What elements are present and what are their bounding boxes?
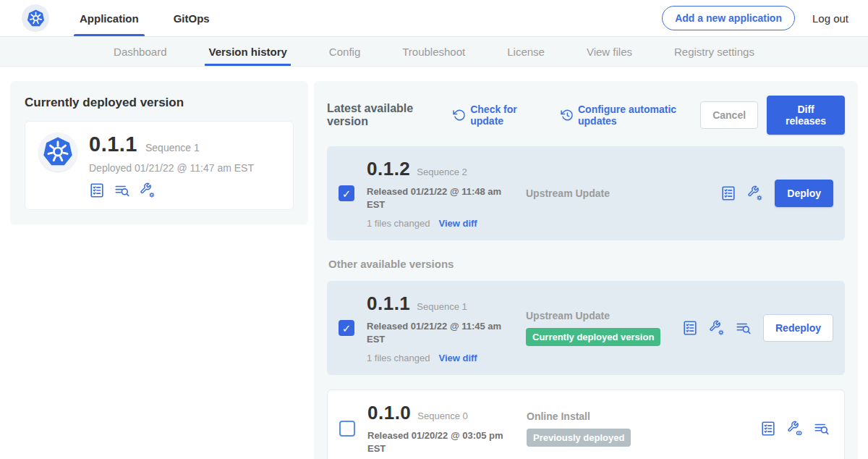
sequence-label: Sequence 0: [417, 410, 467, 421]
version-info: 0.1.1 Sequence 1 Released 01/21/22 @ 11:…: [367, 292, 523, 363]
cancel-button[interactable]: Cancel: [700, 101, 758, 129]
deployed-version-actions: [89, 182, 254, 198]
topnav-tab-application[interactable]: Application: [78, 0, 140, 36]
deployed-timestamp: Deployed 01/21/22 @ 11:47 am EST: [89, 162, 254, 174]
status-badge: Previously deployed: [527, 429, 631, 447]
released-timestamp: Released 01/21/22 @ 11:45 am EST: [367, 320, 503, 345]
deployed-version-card: 0.1.1 Sequence 1 Deployed 01/21/22 @ 11:…: [25, 121, 294, 210]
sequence-label: Sequence 2: [417, 167, 467, 177]
subnav-item-dashboard[interactable]: Dashboard: [93, 37, 187, 66]
version-row: 0.1.0 Sequence 0 Released 01/20/22 @ 03:…: [327, 389, 845, 459]
latest-version-header: Latest available version Check for updat…: [327, 96, 845, 135]
preflight-checks-icon[interactable]: [760, 421, 776, 437]
row-gap: [327, 375, 845, 389]
other-versions-heading: Other available versions: [328, 258, 843, 270]
version-checkbox[interactable]: ✓: [339, 185, 354, 201]
version-row-actions: [682, 320, 752, 336]
source-label: Upstream Update: [526, 188, 720, 199]
currently-deployed-panel: Currently deployed version 0.1.1 Sequenc…: [10, 81, 308, 224]
version-number: 0.1.1: [367, 292, 410, 315]
top-nav: ApplicationGitOps Add a new application …: [0, 0, 868, 36]
source-label: Upstream Update: [526, 310, 682, 321]
subnav-item-troubleshoot[interactable]: Troubleshoot: [381, 37, 486, 66]
view-config-icon[interactable]: [787, 421, 803, 437]
edit-config-icon[interactable]: [709, 320, 725, 336]
other-versions-list: ✓ 0.1.1 Sequence 1 Released 01/21/22 @ 1…: [327, 281, 845, 459]
check-for-update-label: Check for update: [470, 104, 542, 127]
currently-deployed-heading: Currently deployed version: [25, 96, 294, 110]
checkmark-icon: ✓: [342, 188, 352, 199]
preflight-checks-icon[interactable]: [682, 320, 698, 336]
main-content: Currently deployed version 0.1.1 Sequenc…: [0, 67, 868, 459]
app: { "colors": { "accent_blue": "#3565e0", …: [0, 0, 868, 459]
logout-button[interactable]: Log out: [812, 12, 848, 25]
files-changed-line: 1 files changed View diff: [367, 218, 523, 229]
edit-config-icon[interactable]: [747, 185, 763, 201]
source-label: Online Install: [527, 410, 760, 422]
version-source: Upstream Update Currently deployed versi…: [523, 310, 682, 346]
deployed-version-number: 0.1.1: [89, 132, 137, 156]
app-sub-nav: DashboardVersion historyConfigTroublesho…: [0, 36, 868, 67]
latest-version-heading: Latest available version: [327, 102, 443, 128]
row-action-button[interactable]: Redeploy: [763, 314, 833, 342]
auto-updates-clock-icon: [561, 109, 574, 122]
version-row: ✓ 0.1.1 Sequence 1 Released 01/21/22 @ 1…: [327, 281, 845, 375]
version-number: 0.1.0: [367, 402, 411, 424]
checkmark-icon: ✓: [342, 323, 352, 334]
check-for-update-link[interactable]: Check for update: [453, 104, 542, 127]
version-info: 0.1.2 Sequence 2 Released 01/21/22 @ 11:…: [367, 158, 523, 229]
version-row: ✓ 0.1.2 Sequence 2 Released 01/21/22 @ 1…: [327, 146, 845, 240]
check-update-icon: [453, 109, 466, 122]
sequence-label: Sequence 1: [417, 301, 467, 312]
topnav-tabs: ApplicationGitOps: [78, 0, 243, 36]
subnav-item-registry-settings[interactable]: Registry settings: [653, 37, 775, 66]
version-number: 0.1.2: [367, 158, 410, 180]
diff-releases-button[interactable]: Diff releases: [767, 96, 845, 135]
configure-automatic-updates-label: Configure automatic updates: [578, 104, 700, 127]
subnav-item-license[interactable]: License: [486, 37, 566, 66]
version-checkbox[interactable]: ✓: [339, 320, 354, 336]
deploy-logs-icon[interactable]: [736, 320, 752, 336]
add-application-button[interactable]: Add a new application: [662, 6, 795, 30]
deploy-logs-icon[interactable]: [814, 421, 830, 437]
version-row-actions: [760, 421, 830, 437]
released-timestamp: Released 01/21/22 @ 11:48 am EST: [367, 185, 503, 211]
version-history-panel: Latest available version Check for updat…: [314, 81, 858, 459]
deploy-logs-icon[interactable]: [114, 182, 130, 198]
subnav-item-version-history[interactable]: Version history: [187, 37, 307, 66]
version-row-actions: [720, 185, 763, 201]
version-source: Upstream Update: [523, 188, 720, 199]
files-changed-label: 1 files changed: [367, 353, 430, 363]
files-changed-label: 1 files changed: [367, 218, 430, 229]
version-source: Online Install Previously deployed: [524, 410, 760, 447]
subnav-item-view-files[interactable]: View files: [566, 37, 653, 66]
view-diff-link[interactable]: View diff: [438, 353, 477, 363]
version-checkbox[interactable]: [339, 421, 355, 437]
latest-version-list: ✓ 0.1.2 Sequence 2 Released 01/21/22 @ 1…: [327, 146, 845, 240]
kubernetes-logo-icon: [22, 4, 49, 32]
files-changed-line: 1 files changed View diff: [367, 353, 523, 363]
view-diff-link[interactable]: View diff: [438, 218, 477, 229]
version-info: 0.1.0 Sequence 0 Released 01/20/22 @ 03:…: [367, 402, 524, 455]
preflight-checks-icon[interactable]: [89, 182, 105, 198]
edit-config-icon[interactable]: [140, 182, 156, 198]
app-kubernetes-icon: [38, 132, 77, 172]
subnav-item-config[interactable]: Config: [308, 37, 381, 66]
released-timestamp: Released 01/20/22 @ 03:05 pm EST: [367, 429, 503, 455]
configure-automatic-updates-link[interactable]: Configure automatic updates: [561, 104, 700, 127]
topnav-tab-gitops[interactable]: GitOps: [172, 0, 211, 36]
deployed-sequence-label: Sequence 1: [145, 142, 200, 153]
status-badge: Currently deployed version: [526, 328, 660, 346]
row-action-button[interactable]: Deploy: [775, 180, 833, 207]
preflight-checks-icon[interactable]: [720, 185, 736, 201]
